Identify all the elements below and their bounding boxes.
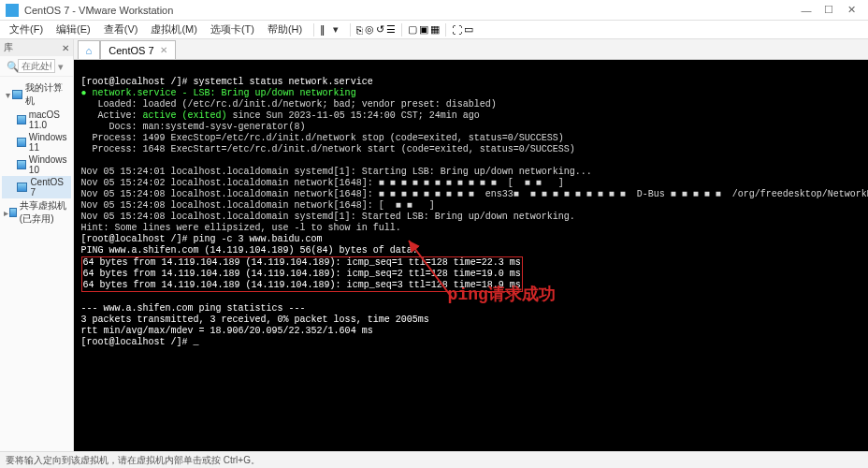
menu-file[interactable]: 文件(F) <box>4 21 49 38</box>
search-icon: 🔍 <box>7 61 18 72</box>
sidebar-search: 🔍 ▾ <box>0 56 73 77</box>
tree-root-label: 我的计算机 <box>25 81 68 108</box>
menubar: 文件(F) 编辑(E) 查看(V) 虚拟机(M) 选项卡(T) 帮助(H) ‖ … <box>0 21 868 39</box>
tree-item-label: Windows 10 <box>29 154 69 175</box>
term-line: Loaded: loaded (/etc/rc.d/init.d/network… <box>81 99 497 110</box>
terminal[interactable]: [root@localhost /]# systemctl status net… <box>74 60 868 451</box>
revert-icon[interactable]: ↺ <box>376 23 384 36</box>
status-text: 要将输入定向到该虚拟机，请在虚拟机内部单击或按 Ctrl+G。 <box>6 454 260 467</box>
sidebar-header: 库 ✕ <box>0 39 73 56</box>
pause-icon[interactable]: ‖ <box>320 23 326 36</box>
tab-close-icon[interactable]: ✕ <box>160 45 167 55</box>
term-line: [root@localhost /]# _ <box>81 337 199 347</box>
vm-icon <box>17 115 26 124</box>
tree-shared-vms[interactable]: ▸ 共享虚拟机 (已弃用) <box>2 198 71 227</box>
term-line: ● network.service - LSB: Bring up/down n… <box>81 88 356 98</box>
term-line: [root@localhost /]# systemctl status net… <box>81 77 373 87</box>
term-line: Hint: Some lines were ellipsized, use -l… <box>81 223 401 233</box>
term-line: rtt min/avg/max/mdev = 18.906/20.095/22.… <box>81 326 373 336</box>
term-line: Docs: man:systemd-sysv-generator(8) <box>81 122 306 132</box>
tree-item-label: macOS 11.0 <box>29 110 69 130</box>
sidebar-close-icon[interactable]: ✕ <box>62 43 69 53</box>
menu-vm[interactable]: 虚拟机(M) <box>145 21 203 38</box>
vm-icon <box>17 160 26 169</box>
vm-icon <box>17 183 27 192</box>
menu-edit[interactable]: 编辑(E) <box>51 21 96 38</box>
snapshot-icon[interactable]: ◎ <box>365 23 374 36</box>
term-line: 64 bytes from 14.119.104.189 (14.119.104… <box>83 280 521 290</box>
unity-icon[interactable]: ▭ <box>464 23 473 36</box>
screen-grid-icon[interactable]: ▦ <box>430 23 440 36</box>
separator <box>313 23 314 37</box>
window-title: CentOS 7 - VMware Workstation <box>24 5 795 16</box>
term-line: Nov 05 15:24:01 localhost.localdomain sy… <box>81 167 592 177</box>
tree-item-win10[interactable]: Windows 10 <box>2 154 71 176</box>
term-line: 64 bytes from 14.119.104.189 (14.119.104… <box>83 269 521 279</box>
tree-item-label: Windows 11 <box>29 132 69 153</box>
app-logo-icon <box>6 4 19 17</box>
menu-help[interactable]: 帮助(H) <box>262 21 308 38</box>
search-dropdown-icon[interactable]: ▾ <box>58 61 69 72</box>
screen-single-icon[interactable]: ▢ <box>408 23 417 36</box>
screen-multi-icon[interactable]: ▣ <box>419 23 428 36</box>
maximize-button[interactable]: ☐ <box>817 3 840 18</box>
separator <box>350 23 351 37</box>
fullscreen-icon[interactable]: ⛶ <box>452 24 462 36</box>
separator <box>445 23 446 37</box>
term-line: --- www.a.shifen.com ping statistics --- <box>81 303 306 314</box>
computer-icon <box>12 90 22 99</box>
term-line: Process: 1648 ExecStart=/etc/rc.d/init.d… <box>81 144 575 154</box>
menu-view[interactable]: 查看(V) <box>98 21 144 38</box>
tab-strip: ⌂ CentOS 7 ✕ <box>74 39 868 60</box>
term-line: Active: active (exited) since Sun 2023-1… <box>81 110 480 121</box>
window-titlebar: CentOS 7 - VMware Workstation — ☐ ✕ <box>0 0 868 21</box>
tree-item-macos[interactable]: macOS 11.0 <box>2 109 71 131</box>
content-area: ⌂ CentOS 7 ✕ [root@localhost /]# systemc… <box>74 39 868 451</box>
term-line: Nov 05 15:24:08 localhost.localdomain ne… <box>81 200 435 211</box>
term-line: Nov 05 15:24:08 localhost.localdomain ne… <box>81 189 868 199</box>
tab-home[interactable]: ⌂ <box>78 40 101 59</box>
tree-item-label: CentOS 7 <box>30 177 68 197</box>
tab-label: CentOS 7 <box>108 45 153 56</box>
highlight-box: 64 bytes from 14.119.104.189 (14.119.104… <box>81 256 523 292</box>
vm-tree: ▾ 我的计算机 macOS 11.0 Windows 11 Windows 10… <box>0 77 73 230</box>
menu-tabs[interactable]: 选项卡(T) <box>205 21 260 38</box>
tree-item-win11[interactable]: Windows 11 <box>2 131 71 154</box>
statusbar: 要将输入定向到该虚拟机，请在虚拟机内部单击或按 Ctrl+G。 <box>0 451 868 468</box>
separator <box>401 23 402 37</box>
term-line: [root@localhost /]# ping -c 3 www.baidu.… <box>81 234 323 244</box>
close-button[interactable]: ✕ <box>840 3 862 18</box>
term-line: Process: 1499 ExecStop=/etc/rc.d/init.d/… <box>81 133 564 143</box>
sidebar: 库 ✕ 🔍 ▾ ▾ 我的计算机 macOS 11.0 Windows 11 <box>0 39 74 451</box>
tree-item-centos7[interactable]: CentOS 7 <box>2 176 71 198</box>
sidebar-title: 库 <box>4 41 13 54</box>
tree-shared-label: 共享虚拟机 (已弃用) <box>20 199 69 226</box>
main-area: 库 ✕ 🔍 ▾ ▾ 我的计算机 macOS 11.0 Windows 11 <box>0 39 868 451</box>
term-line: 64 bytes from 14.119.104.189 (14.119.104… <box>83 257 521 268</box>
manage-icon[interactable]: ☰ <box>386 23 396 36</box>
minimize-button[interactable]: — <box>795 3 817 18</box>
vm-icon <box>17 138 26 147</box>
tab-centos7[interactable]: CentOS 7 ✕ <box>100 40 175 59</box>
send-ctrl-alt-del-icon[interactable]: ⎘ <box>356 24 363 36</box>
term-line: PING www.a.shifen.com (14.119.104.189) 5… <box>81 245 418 256</box>
term-line: Nov 05 15:24:08 localhost.localdomain sy… <box>81 212 575 222</box>
term-line: Nov 05 15:24:02 localhost.localdomain ne… <box>81 178 564 188</box>
search-input[interactable] <box>18 59 55 73</box>
term-line: 3 packets transmitted, 3 received, 0% pa… <box>81 314 429 325</box>
toolbar-dropdown[interactable]: ▾ <box>327 22 344 37</box>
tree-root-my-computer[interactable]: ▾ 我的计算机 <box>2 80 71 109</box>
home-icon: ⌂ <box>86 45 93 56</box>
tree-twisty-icon[interactable]: ▾ <box>4 90 12 100</box>
shared-icon <box>9 208 17 217</box>
